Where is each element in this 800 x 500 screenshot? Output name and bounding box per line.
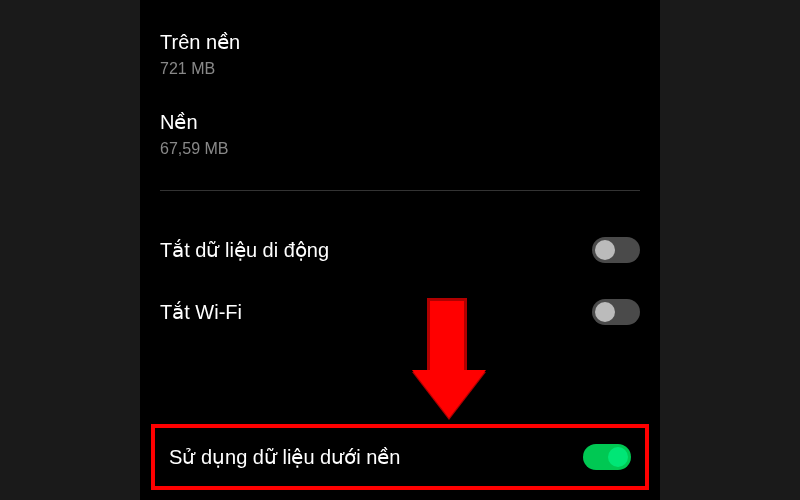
content-area: Trên nền 721 MB Nền 67,59 MB Tắt dữ liệu… <box>140 0 660 343</box>
section-divider <box>160 190 640 191</box>
background-label: Nền <box>160 110 640 134</box>
toggle-knob <box>595 302 615 322</box>
background-data-stat: Nền 67,59 MB <box>160 110 640 158</box>
background-value: 67,59 MB <box>160 140 640 158</box>
background-data-usage-label: Sử dụng dữ liệu dưới nền <box>169 445 400 469</box>
wifi-toggle-row[interactable]: Tắt Wi-Fi <box>160 281 640 343</box>
foreground-data-stat: Trên nền 721 MB <box>160 30 640 78</box>
mobile-data-toggle-row[interactable]: Tắt dữ liệu di động <box>160 219 640 281</box>
wifi-toggle[interactable] <box>592 299 640 325</box>
toggle-knob <box>608 447 628 467</box>
background-data-usage-toggle[interactable] <box>583 444 631 470</box>
arrow-head-icon <box>412 370 486 418</box>
foreground-value: 721 MB <box>160 60 640 78</box>
toggle-knob <box>595 240 615 260</box>
background-data-usage-row[interactable]: Sử dụng dữ liệu dưới nền <box>151 424 649 490</box>
settings-screen: Trên nền 721 MB Nền 67,59 MB Tắt dữ liệu… <box>140 0 660 500</box>
mobile-data-label: Tắt dữ liệu di động <box>160 238 329 262</box>
foreground-label: Trên nền <box>160 30 640 54</box>
wifi-label: Tắt Wi-Fi <box>160 300 242 324</box>
mobile-data-toggle[interactable] <box>592 237 640 263</box>
